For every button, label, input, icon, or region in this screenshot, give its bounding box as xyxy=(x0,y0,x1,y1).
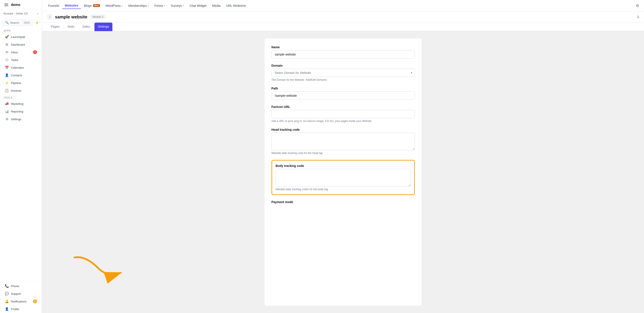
pipeline-icon: ⚡ xyxy=(5,81,9,85)
sidebar-bottom: 📞 Phone 💬 Support 🔔 Notifications 11 👤 P… xyxy=(0,282,42,313)
version-badge: Version 2 xyxy=(90,15,106,19)
invoices-icon: 📋 xyxy=(5,89,9,93)
surveys-caret-icon: ▾ xyxy=(183,5,184,7)
search-icon: 🔍 xyxy=(5,21,9,24)
memberships-caret-icon: ▾ xyxy=(148,5,149,7)
hamburger-menu[interactable] xyxy=(4,3,9,7)
tabs-bar: PagesStatsSalesSettings xyxy=(42,23,644,31)
sidebar-item-settings[interactable]: ⚙ Settings xyxy=(1,115,40,123)
contacts-icon: 👤 xyxy=(5,73,9,77)
sidebar-apps-list: 🚀 Launchpad ⊞ Dashboard ✉ Inbox 1 ☑ Task… xyxy=(0,33,42,95)
wordpress-caret-icon: ▾ xyxy=(122,5,123,7)
sidebar-item-label-calendars: Calendars xyxy=(11,66,37,69)
topnav-label-websites: Websites xyxy=(65,4,78,7)
topnav-item-chat-widget[interactable]: Chat Widget xyxy=(187,3,209,9)
body-tracking-textarea[interactable] xyxy=(276,169,411,186)
sidebar-item-label-tasks: Tasks xyxy=(11,58,37,62)
sidebar-item-label-invoices: Invoices xyxy=(11,89,37,92)
payment-mode-field-group: Payment mode xyxy=(272,200,415,204)
sidebar-item-contacts[interactable]: 👤 Contacts xyxy=(1,72,40,79)
topnav-items-list: Funnels Websites Blogs New WordPress ▾ M… xyxy=(46,3,249,9)
sidebar-item-calendars[interactable]: 📅 Calendars xyxy=(1,64,40,71)
sidebar-item-phone[interactable]: 📞 Phone xyxy=(1,282,40,290)
sidebar-item-support[interactable]: 💬 Support xyxy=(1,290,40,297)
settings-gear-icon[interactable]: ⚙ xyxy=(634,2,640,10)
topnav-label-chat-widget: Chat Widget xyxy=(190,4,206,8)
sidebar-item-label-profile: Profile xyxy=(11,307,37,311)
apps-section-label: Apps xyxy=(0,28,42,33)
info-icon[interactable]: ℹ xyxy=(638,15,639,19)
tab-stats[interactable]: Stats xyxy=(64,23,78,31)
back-button[interactable]: ‹ xyxy=(47,14,52,20)
tab-pages[interactable]: Pages xyxy=(47,23,63,31)
inbox-icon: ✉ xyxy=(5,50,9,54)
sidebar-item-marketing[interactable]: 📣 Marketing xyxy=(1,100,40,108)
sidebar-item-label-reporting: Reporting xyxy=(11,110,37,113)
topnav-item-funnels[interactable]: Funnels xyxy=(46,3,62,9)
account-chevron-icon: ▾ xyxy=(37,13,38,15)
blogs-new-badge: New xyxy=(93,4,100,7)
topnav-item-websites[interactable]: Websites xyxy=(62,3,81,9)
sidebar-item-label-launchpad: Launchpad xyxy=(11,35,37,39)
topnav-item-surveys[interactable]: Surveys ▾ xyxy=(168,3,186,9)
sidebar-item-invoices[interactable]: 📋 Invoices xyxy=(1,87,40,94)
search-bar[interactable]: 🔍 Search ctrl K xyxy=(3,19,33,26)
head-tracking-field-group: Head tracking code Website wide tracking… xyxy=(272,128,415,155)
topnav-label-url-redirects: URL Redirects xyxy=(226,4,246,8)
sidebar-item-notifications[interactable]: 🔔 Notifications 11 xyxy=(1,298,40,305)
sidebar-item-profile[interactable]: 👤 Profile xyxy=(1,305,40,313)
sidebar-item-label-pipeline: Pipeline xyxy=(11,81,37,85)
domain-field-group: Domain Select Domain for Website ▾ The D… xyxy=(272,64,415,81)
topnav-item-wordpress[interactable]: WordPress ▾ xyxy=(103,3,125,9)
tab-settings[interactable]: Settings xyxy=(94,23,113,31)
support-icon: 💬 xyxy=(5,292,9,296)
topnav-label-blogs: Blogs xyxy=(84,4,92,8)
sidebar-item-launchpad[interactable]: 🚀 Launchpad xyxy=(1,33,40,41)
topnav-label-memberships: Memberships xyxy=(128,4,147,8)
sidebar-item-tasks[interactable]: ☑ Tasks xyxy=(1,56,40,64)
topnav-item-forms[interactable]: Forms ▾ xyxy=(152,3,168,9)
launchpad-icon: 🚀 xyxy=(5,35,9,39)
logo-text: demo xyxy=(11,3,20,7)
path-input[interactable] xyxy=(272,92,415,100)
sidebar-header: demo xyxy=(0,0,42,10)
sidebar-item-reporting[interactable]: 📊 Reporting xyxy=(1,108,40,115)
body-tracking-hint: Website wide tracking codes for the body… xyxy=(276,188,411,191)
topnav-label-funnels: Funnels xyxy=(48,4,59,8)
settings-content-body[interactable]: Name Domain Select Domain for Website ▾ … xyxy=(42,31,644,313)
favicon-input[interactable] xyxy=(272,110,415,118)
page-title: sample website xyxy=(55,15,88,20)
topnav-item-memberships[interactable]: Memberships ▾ xyxy=(126,3,152,9)
notifications-badge: 11 xyxy=(33,299,37,303)
name-input[interactable] xyxy=(272,50,415,59)
sidebar-item-label-notifications: Notifications xyxy=(11,300,31,303)
topnav-item-media[interactable]: Media xyxy=(210,3,223,9)
main-content: Funnels Websites Blogs New WordPress ▾ M… xyxy=(42,0,644,313)
calendars-icon: 📅 xyxy=(5,66,9,70)
sidebar-item-label-support: Support xyxy=(11,292,37,295)
sidebar-item-dashboard[interactable]: ⊞ Dashboard xyxy=(1,41,40,48)
body-tracking-field-group: Body tracking code Website wide tracking… xyxy=(276,164,411,191)
domain-select[interactable]: Select Domain for Website xyxy=(272,69,415,77)
sidebar-item-label-contacts: Contacts xyxy=(11,74,37,77)
notifications-icon: 🔔 xyxy=(5,299,9,303)
domain-select-wrapper: Select Domain for Website ▾ xyxy=(272,69,415,77)
sidebar-item-inbox[interactable]: ✉ Inbox 1 xyxy=(1,49,40,56)
tab-sales[interactable]: Sales xyxy=(79,23,94,31)
name-field-group: Name xyxy=(272,45,415,59)
body-tracking-label: Body tracking code xyxy=(276,164,411,168)
head-tracking-textarea[interactable] xyxy=(272,133,415,150)
body-tracking-field-group-highlighted: Body tracking code Website wide tracking… xyxy=(272,160,415,195)
name-label: Name xyxy=(272,45,415,49)
account-selector[interactable]: Account -- Irvine, CA ▾ xyxy=(0,10,42,18)
sidebar-tools-list: 📣 Marketing 📊 Reporting ⚙ Settings xyxy=(0,100,42,123)
sidebar-item-pipeline[interactable]: ⚡ Pipeline xyxy=(1,79,40,87)
topnav-item-url-redirects[interactable]: URL Redirects xyxy=(224,3,249,9)
settings-icon: ⚙ xyxy=(5,117,9,121)
favicon-hint: Add a URL to your .png or .ico favicon i… xyxy=(272,120,415,123)
topnav-label-media: Media xyxy=(212,4,220,8)
search-shortcut: ctrl K xyxy=(24,21,30,24)
tasks-icon: ☑ xyxy=(5,58,9,62)
topnav-item-blogs[interactable]: Blogs New xyxy=(81,3,102,9)
lightning-icon[interactable]: ⚡ xyxy=(35,21,39,25)
